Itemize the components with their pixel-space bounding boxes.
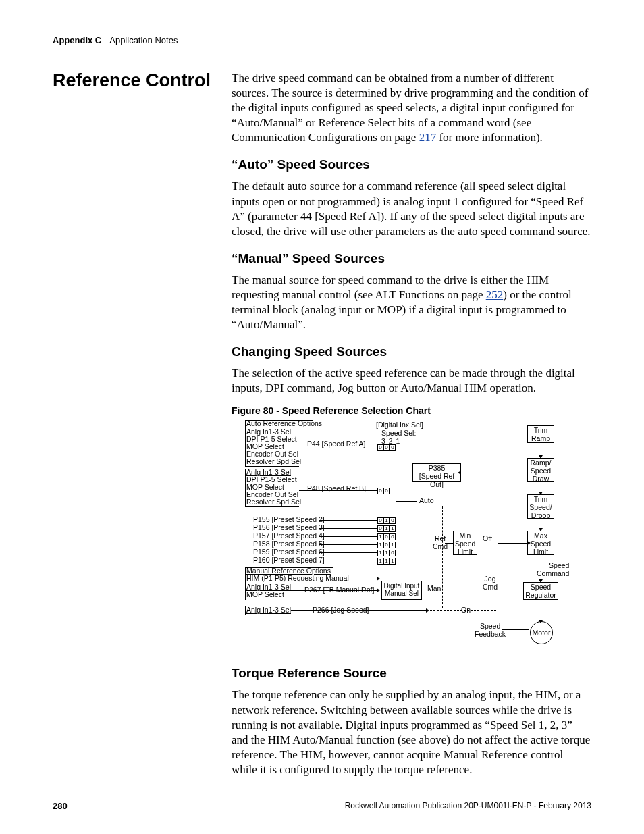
page-link-252[interactable]: 252: [486, 288, 504, 301]
appendix-label: Appendix C: [53, 35, 101, 45]
motor-circle: Motor: [530, 621, 553, 644]
auto-heading: “Auto” Speed Sources: [232, 157, 591, 172]
speed-sel-label: Speed Sel:: [381, 429, 416, 438]
auto-paragraph: The default auto source for a command re…: [232, 179, 591, 238]
torque-paragraph: The torque reference can only be supplie…: [232, 687, 591, 777]
page-number: 280: [53, 801, 68, 811]
auto-opt-4: Resolver Spd Sel: [246, 458, 301, 466]
preset-3: P158 [Preset Speed 5]: [253, 540, 325, 548]
speed-regulator-box: Speed Regulator: [523, 582, 558, 600]
p48-label: P48 [Speed Ref B]: [307, 485, 366, 493]
preset-0: P155 [Preset Speed 2]: [253, 516, 325, 524]
man-opt-1: MOP Select: [246, 591, 284, 599]
preset-1: P156 [Preset Speed 3]: [253, 524, 325, 532]
page-link-217[interactable]: 217: [419, 131, 437, 144]
p44-label: P44 [Speed Ref A]: [307, 440, 365, 448]
man-label: Man: [427, 585, 441, 593]
speed-command-label: Speed Command: [537, 562, 569, 577]
section-title: Reference Control: [53, 71, 232, 91]
ramp-draw-box: Ramp/ Speed Draw: [527, 458, 554, 482]
trim-droop-box: Trim Speed/ Droop: [527, 494, 554, 519]
preset-2: P157 [Preset Speed 4]: [253, 532, 325, 540]
speed-reference-chart: Auto Reference Options Anlg In1-3 Sel DP…: [232, 420, 569, 650]
manual-paragraph: The manual source for speed command to t…: [232, 273, 591, 332]
digital-inx-label: [Digital Inx Sel]: [376, 421, 423, 429]
page: Appendix CApplication Notes Reference Co…: [0, 0, 644, 834]
intro-paragraph: The drive speed command can be obtained …: [232, 71, 591, 145]
page-footer: 280 Rockwell Automation Publication 20P-…: [53, 801, 591, 811]
preset-4: P159 [Preset Speed 6]: [253, 548, 325, 556]
auto-options-title: Auto Reference Options: [246, 420, 322, 428]
jog-opt: Anlg In1-3 Sel: [246, 606, 291, 615]
auto-opt-b4: Resolver Spd Sel: [246, 498, 301, 506]
preset-5: P160 [Preset Speed 7]: [253, 556, 325, 565]
max-speed-box: Max Speed Limit: [527, 531, 554, 555]
torque-heading: Torque Reference Source: [232, 666, 591, 681]
speed-feedback-label: Speed Feedback: [475, 623, 506, 638]
running-header: Appendix CApplication Notes: [53, 35, 591, 45]
changing-heading: Changing Speed Sources: [232, 344, 591, 359]
trim-ramp-box: Trim Ramp: [527, 425, 554, 443]
auto-label: Auto: [419, 497, 434, 505]
p385-box: P385 [Speed Ref Out]: [412, 463, 461, 482]
changing-paragraph: The selection of the active speed refere…: [232, 366, 591, 396]
off-label: Off: [483, 535, 492, 543]
manual-heading: “Manual” Speed Sources: [232, 251, 591, 266]
publication-id: Rockwell Automation Publication 20P-UM00…: [345, 801, 591, 811]
digital-manual-sel: Digital Input Manual Sel: [381, 581, 422, 600]
appendix-title: Application Notes: [109, 35, 178, 45]
min-speed-box: Min Speed Limit: [453, 531, 477, 555]
man-him: HIM (P1-P5) Requesting Manual: [246, 575, 349, 583]
figure-caption: Figure 80 - Speed Reference Selection Ch…: [232, 405, 591, 416]
